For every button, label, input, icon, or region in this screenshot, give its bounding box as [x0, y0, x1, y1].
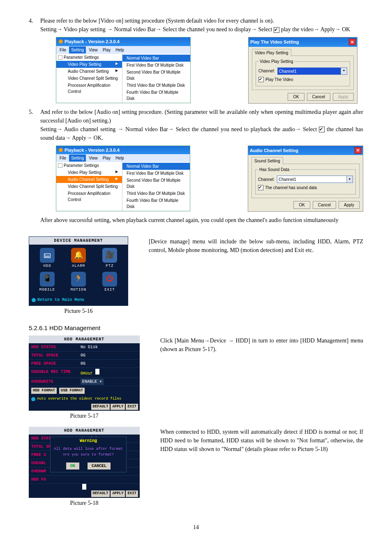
playback-menu-2: Playback - Version 2.3.0.4 File Setting … — [56, 146, 190, 212]
step4-l2e: Select — [258, 26, 274, 32]
step5-l2g: Apply — [72, 135, 86, 141]
menubar-2[interactable]: File Setting View Play Help — [56, 154, 190, 162]
warning-title: Warning — [51, 437, 126, 445]
fourth-video-bar[interactable]: Fourth Video Bar Of Multiple Disk — [122, 197, 190, 210]
close-icon[interactable]: ✕ — [355, 147, 361, 154]
exit-icon: ⏻ — [102, 272, 117, 287]
exit-icon-button[interactable]: ⏻EXIT — [94, 272, 125, 293]
video-play-setting-item[interactable]: Video Play Setting▶ — [56, 61, 122, 68]
apply-button[interactable]: Apply — [333, 93, 354, 101]
ptz-icon-button[interactable]: 🎥PTZ — [94, 248, 125, 269]
second-video-bar[interactable]: Second Video Bar Of Multiple Disk — [122, 177, 190, 190]
third-video-bar[interactable]: Third Video Bar Of Multiple Disk — [122, 190, 190, 197]
hdd2-para: When connected to HDD, system will autom… — [160, 428, 363, 453]
info-bullet-icon — [31, 397, 35, 401]
video-play-setting-item[interactable]: Video Play Setting▶ — [56, 169, 122, 176]
second-video-bar[interactable]: Second Video Bar Of Multiple Disk — [122, 69, 190, 82]
audio-channel-setting-item[interactable]: Audio Channel Setting▶ — [56, 68, 122, 75]
step5-l2c: Normal video Bar — [125, 126, 168, 132]
total-space-label: TOTAL SPACE — [31, 352, 81, 358]
param-settings-group[interactable]: Parameter Settings — [56, 162, 122, 169]
warning-cancel-button[interactable]: CANCEL — [88, 462, 111, 469]
menu-play[interactable]: Play — [101, 46, 113, 53]
audio-channel-dialog: Audio Channel Setting ✕ Sound Setting Ha… — [248, 146, 363, 212]
channel-value: Channel1 — [277, 176, 346, 183]
menu-play[interactable]: Play — [101, 155, 113, 162]
usb-format-button[interactable]: USB FORMAT — [59, 388, 85, 394]
normal-video-bar[interactable]: Normal Video Bar — [122, 55, 190, 62]
hdd-icon: 🖴 — [40, 248, 55, 263]
menu-file[interactable]: File — [58, 46, 68, 53]
mobile-icon-button[interactable]: 📱MOBILE — [32, 272, 63, 293]
play-video-checkbox[interactable] — [258, 77, 264, 82]
ptz-icon: 🎥 — [102, 248, 117, 263]
step4-body: Please refer to the below [Video on] set… — [40, 16, 363, 34]
menu-view[interactable]: View — [87, 46, 100, 53]
param-settings-group[interactable]: Parameter Settings — [56, 54, 122, 61]
ok-button[interactable]: OK — [293, 201, 310, 209]
third-video-bar[interactable]: Third Video Bar Of Multiple Disk — [122, 82, 190, 89]
has-sound-checkbox[interactable] — [258, 185, 263, 190]
channel-combobox[interactable]: Channel1 ▼ — [277, 176, 353, 183]
video-play-tab[interactable]: Video Play Setting — [252, 49, 291, 56]
alarm-icon-button[interactable]: 🔔ALARM — [63, 248, 94, 269]
video-channel-split-item[interactable]: Video Channel Split Setting — [56, 75, 122, 82]
play-video-chk-label: Play The Video — [265, 76, 293, 83]
picture-5-16-caption: Picture 5-16 — [29, 307, 128, 315]
processor-amp-item[interactable]: Processor Amplification Control — [56, 82, 122, 95]
fourth-video-bar[interactable]: Fourth Video Bar Of Multiple Disk — [122, 89, 190, 102]
return-bullet-icon — [32, 298, 36, 302]
hdd-para: Click [Main Menu→Device → HDD] in turn t… — [160, 336, 363, 354]
exit-button[interactable]: EXIT — [126, 404, 138, 410]
menu-setting[interactable]: Setting — [69, 155, 86, 162]
menu-view[interactable]: View — [87, 155, 100, 162]
video-play-fieldset: Video Play Setting — [258, 58, 295, 65]
menu-file[interactable]: File — [58, 155, 68, 162]
apply-button[interactable]: Apply — [339, 201, 360, 209]
menubar[interactable]: File Setting View Play Help — [56, 46, 190, 54]
page-number: 14 — [29, 523, 363, 532]
default-button[interactable]: DEFAULT — [91, 404, 110, 410]
chevron-down-icon[interactable]: ▼ — [346, 176, 353, 183]
mobile-icon: 📱 — [40, 272, 55, 287]
audio-channel-setting-item[interactable]: Audio Channel Setting▶ — [56, 176, 122, 183]
warning-ok-button[interactable]: OK — [66, 462, 79, 469]
video-channel-split-item[interactable]: Video Channel Split Setting — [56, 183, 122, 190]
cancel-button[interactable]: Cancel — [313, 201, 336, 209]
chevron-down-icon[interactable]: ▼ — [341, 68, 347, 74]
picture-5-18-caption: Picture 5-18 — [29, 499, 140, 507]
apply-button[interactable]: APPLY — [111, 490, 125, 497]
overwrite-combobox[interactable]: ENABLE ▾ — [81, 379, 104, 385]
device-manage-para: [Device manage] menu will include the be… — [149, 237, 363, 254]
motion-icon-button[interactable]: 🏃MOTION — [63, 272, 94, 293]
menu-setting[interactable]: Setting — [69, 46, 86, 53]
free-space-label: FREE SPACE — [31, 361, 81, 367]
has-sound-fieldset: Has Sound Data — [258, 166, 291, 173]
first-video-bar[interactable]: First Video Bar Of Multiple Disk — [122, 62, 190, 69]
step5-l1: And refer to the below [Audio on] settin… — [40, 109, 363, 124]
cursor-icon — [82, 484, 86, 490]
hdd-format-button[interactable]: HDD FORMAT — [31, 388, 57, 394]
step4-l2b: Video play setting — [64, 26, 107, 32]
first-video-bar[interactable]: First Video Bar Of Multiple Disk — [122, 170, 190, 177]
apply-button[interactable]: APPLY — [111, 404, 125, 410]
processor-amp-item[interactable]: Processor Amplification Control — [56, 190, 122, 203]
menu-help[interactable]: Help — [113, 155, 126, 162]
ok-button[interactable]: OK — [288, 93, 304, 101]
warning-text: All data will lose after format Are you … — [51, 445, 126, 461]
default-button[interactable]: DEFAULT — [91, 490, 110, 497]
channel-combobox[interactable]: Channel1 ▼ — [277, 67, 347, 75]
format-warning-dialog: Warning All data will lose after format … — [50, 437, 127, 472]
menu-help[interactable]: Help — [113, 46, 126, 53]
step5-num: 5. — [29, 108, 40, 142]
close-icon[interactable]: ✕ — [349, 39, 355, 45]
return-main-menu[interactable]: Return to Main Menu — [29, 296, 128, 305]
step4-l2a: Setting — [40, 26, 57, 32]
sound-setting-tab[interactable]: Sound Setting — [251, 157, 283, 164]
cancel-button[interactable]: Cancel — [307, 93, 330, 101]
overwrite-label: OVERWRITE — [31, 379, 81, 385]
exit-button[interactable]: EXIT — [126, 490, 138, 497]
hdd-icon-button[interactable]: 🖴HDD — [32, 248, 63, 269]
normal-video-bar[interactable]: Normal Video Bar — [122, 163, 190, 170]
step5-l2h: OK. — [94, 135, 104, 141]
